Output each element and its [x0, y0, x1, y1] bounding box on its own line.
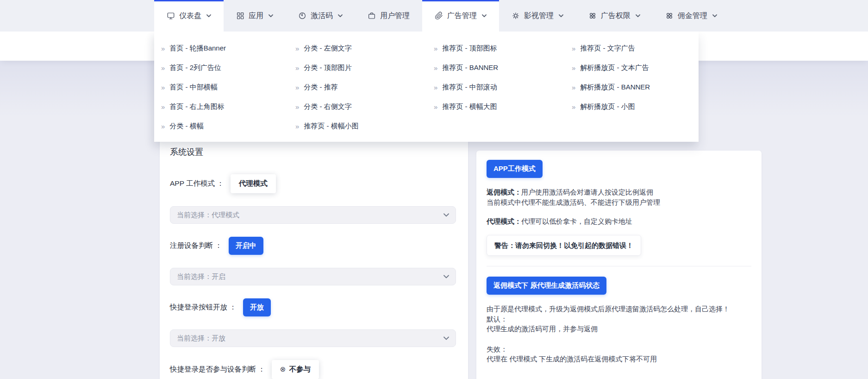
- quick-login-device-label: 快捷登录是否参与设备判断 ：: [170, 365, 265, 374]
- double-chevron-icon: »: [434, 45, 437, 52]
- menu-item-home-middle-banner[interactable]: »首页 - 中部横幅: [161, 77, 295, 97]
- divider: [487, 266, 751, 266]
- nav-label: 广告管理: [447, 11, 477, 21]
- dashboard-icon: [167, 12, 175, 20]
- circle-x-icon: ⊗: [280, 365, 286, 373]
- nav-item-user-management[interactable]: 用户管理: [355, 0, 422, 32]
- menu-item-category-top-image[interactable]: »分类 - 顶部图片: [295, 58, 434, 77]
- menu-item-label: 分类 - 顶部图片: [304, 63, 351, 72]
- ad-permission-icon: [588, 12, 597, 20]
- nav-label: 应用: [249, 11, 263, 21]
- menu-item-player-small-image[interactable]: »解析播放页 - 小图: [572, 97, 697, 116]
- menu-item-recommend-text-ad[interactable]: »推荐页 - 文字广告: [572, 38, 697, 58]
- select-chevron-icon: [443, 336, 449, 340]
- double-chevron-icon: »: [295, 84, 299, 91]
- menu-item-player-banner[interactable]: »解析播放页 - BANNER: [572, 77, 697, 97]
- menu-item-recommend-small-banner[interactable]: »推荐页 - 横幅小图: [295, 116, 434, 136]
- rebate-mode-description: 返佣模式：用户使用激活码会对邀请人按设定比例返佣 当前模式中代理不能生成激活码、…: [487, 187, 751, 207]
- nav-item-activation-codes[interactable]: 激活码: [286, 0, 355, 32]
- video-management-icon: [512, 12, 520, 20]
- menu-item-category-banner[interactable]: »分类 - 横幅: [161, 116, 295, 136]
- quick-login-select[interactable]: 当前选择：开放: [170, 329, 456, 347]
- dropdown-column: »分类 - 左侧文字 »分类 - 顶部图片 »分类 - 推荐 »分类 - 右侧文…: [295, 38, 434, 142]
- menu-item-label: 首页 - 中部横幅: [169, 83, 217, 92]
- nav-item-video-management[interactable]: 影视管理: [499, 0, 576, 32]
- dropdown-column: »首页 - 轮播Banner »首页 - 2列广告位 »首页 - 中部横幅 »首…: [161, 38, 295, 142]
- menu-item-recommend-banner[interactable]: »推荐页 - BANNER: [434, 58, 572, 77]
- agent-mode-description: 代理模式：代理可以低价拿卡，自定义购卡地址: [487, 216, 751, 227]
- double-chevron-icon: »: [572, 84, 575, 91]
- default-option-label: 默认：: [487, 314, 751, 324]
- register-device-select-value: 当前选择：开启: [177, 272, 225, 281]
- double-chevron-icon: »: [434, 103, 437, 110]
- agent-mode-term: 代理模式：: [487, 217, 521, 225]
- dropdown-column: »推荐页 - 文字广告 »解析播放页 - 文本广告 »解析播放页 - BANNE…: [572, 38, 697, 142]
- nav-item-ad-permissions[interactable]: 广告权限: [576, 0, 653, 32]
- menu-item-category-left-text[interactable]: »分类 - 左侧文字: [295, 38, 434, 58]
- nav-label: 广告权限: [601, 11, 631, 21]
- switch-warning-card: 警告：请勿来回切换！以免引起的数据错误！: [487, 235, 641, 256]
- menu-item-home-2col-ad[interactable]: »首页 - 2列广告位: [161, 58, 295, 77]
- menu-item-label: 首页 - 2列广告位: [169, 63, 221, 72]
- nav-label: 用户管理: [380, 11, 410, 21]
- register-device-label: 注册设备判断 ：: [170, 241, 222, 251]
- menu-item-label: 分类 - 推荐: [304, 83, 337, 92]
- user-management-icon: [368, 12, 376, 20]
- menu-item-label: 分类 - 右侧文字: [304, 102, 351, 111]
- menu-item-home-carousel-banner[interactable]: »首页 - 轮播Banner: [161, 38, 295, 58]
- select-chevron-icon: [443, 275, 449, 278]
- app-mode-select-value: 当前选择：代理模式: [177, 211, 239, 220]
- quick-login-device-value: 不参与: [289, 365, 311, 373]
- double-chevron-icon: »: [295, 103, 299, 110]
- app-mode-value-badge: 代理模式: [231, 174, 276, 193]
- double-chevron-icon: »: [572, 103, 575, 110]
- double-chevron-icon: »: [295, 64, 299, 71]
- menu-item-label: 推荐页 - 中部滚动: [442, 83, 497, 92]
- double-chevron-icon: »: [161, 84, 165, 91]
- register-device-select[interactable]: 当前选择：开启: [170, 268, 456, 285]
- app-mode-select[interactable]: 当前选择：代理模式: [170, 206, 456, 224]
- select-chevron-icon: [443, 213, 449, 217]
- app-mode-info-button[interactable]: APP工作模式: [487, 160, 543, 178]
- menu-item-label: 推荐页 - 横幅大图: [442, 102, 497, 111]
- double-chevron-icon: »: [161, 123, 165, 130]
- quick-login-device-badge: ⊗不参与: [272, 360, 319, 379]
- chevron-down-icon: [269, 14, 273, 18]
- menu-item-label: 解析播放页 - BANNER: [580, 83, 650, 92]
- chevron-down-icon: [636, 14, 640, 18]
- register-device-status-button[interactable]: 开启中: [229, 237, 263, 255]
- nav-label: 仪表盘: [179, 11, 201, 21]
- menu-item-recommend-top-icon[interactable]: »推荐页 - 顶部图标: [434, 38, 572, 58]
- quick-login-row: 快捷登录按钮开放 ： 开放: [170, 298, 458, 316]
- double-chevron-icon: »: [161, 45, 165, 52]
- nav-item-apps[interactable]: 应用: [224, 0, 286, 32]
- nav-item-dashboard[interactable]: 仪表盘: [154, 0, 224, 32]
- double-chevron-icon: »: [572, 64, 575, 71]
- nav-item-ad-management[interactable]: 广告管理: [422, 0, 499, 32]
- menu-item-home-topright-icon[interactable]: »首页 - 右上角图标: [161, 97, 295, 116]
- double-chevron-icon: »: [161, 64, 165, 71]
- menu-item-category-right-text[interactable]: »分类 - 右侧文字: [295, 97, 434, 116]
- quick-login-label: 快捷登录按钮开放 ：: [170, 303, 237, 312]
- menu-item-player-text-ad[interactable]: »解析播放页 - 文本广告: [572, 58, 697, 77]
- chevron-down-icon: [206, 14, 211, 18]
- quick-login-status-button[interactable]: 开放: [243, 298, 271, 316]
- menu-item-recommend-middle-scroll[interactable]: »推荐页 - 中部滚动: [434, 77, 572, 97]
- default-option-text: 代理生成的激活码可用，并参与返佣: [487, 324, 751, 334]
- menu-item-label: 首页 - 右上角图标: [169, 102, 224, 111]
- menu-item-label: 解析播放页 - 文本广告: [580, 63, 649, 72]
- menu-item-category-recommend[interactable]: »分类 - 推荐: [295, 77, 434, 97]
- rebate-mode-term: 返佣模式：: [487, 188, 521, 196]
- chevron-down-icon: [559, 14, 563, 18]
- apps-icon: [236, 12, 244, 20]
- system-settings-card: 系统设置 APP 工作模式 ： 代理模式 当前选择：代理模式 注册设备判断 ： …: [160, 134, 468, 379]
- chevron-down-icon: [482, 14, 487, 18]
- double-chevron-icon: »: [572, 45, 575, 52]
- menu-item-label: 推荐页 - 横幅小图: [304, 122, 358, 131]
- nav-item-commission-management[interactable]: 佣金管理: [653, 0, 730, 32]
- menu-item-recommend-large-banner[interactable]: »推荐页 - 横幅大图: [434, 97, 572, 116]
- double-chevron-icon: »: [295, 123, 299, 130]
- legacy-codes-status-button[interactable]: 返佣模式下 原代理生成激活码状态: [487, 277, 606, 295]
- menu-item-label: 推荐页 - 文字广告: [580, 44, 635, 53]
- activation-code-icon: [298, 12, 306, 20]
